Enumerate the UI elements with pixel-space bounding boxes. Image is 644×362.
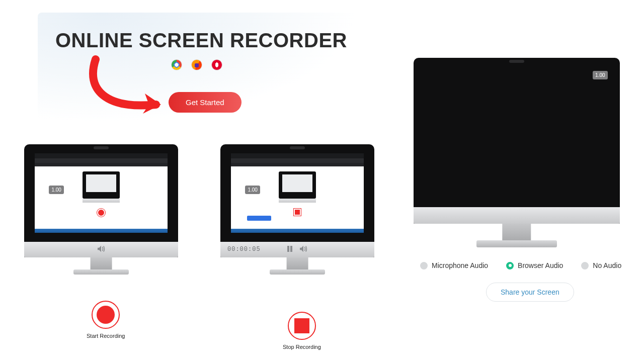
share-prompt-button — [247, 216, 271, 221]
monitor-foot — [73, 269, 129, 275]
monitor-start-recording: 1.00 — [24, 144, 178, 257]
monitor-share-screen: 1.00 — [414, 58, 620, 224]
supported-browsers-row — [171, 59, 222, 70]
monitor-neck — [502, 224, 531, 242]
zoom-badge: 1.00 — [49, 186, 63, 194]
firefox-icon — [191, 59, 202, 70]
audio-option-label: Browser Audio — [518, 261, 563, 269]
monitor-bezel: 1.00 00:00:05 — [220, 144, 374, 257]
audio-option-microphone[interactable]: Microphone Audio — [420, 261, 488, 269]
callout-arrow-icon — [75, 54, 176, 120]
radio-icon — [581, 262, 589, 269]
opera-icon — [211, 59, 222, 70]
app-window-mock: 1.00 — [231, 153, 363, 233]
record-dot-icon — [97, 306, 115, 324]
stop-recording-control: Stop Recording — [283, 312, 321, 350]
stop-recording-button[interactable] — [288, 312, 316, 340]
webcam-icon — [94, 146, 109, 149]
stop-square-icon — [294, 318, 309, 333]
monitor-chin — [24, 242, 178, 258]
share-screen-button[interactable]: Share your Screen — [486, 283, 574, 302]
stop-square-icon — [294, 209, 301, 216]
monitor-chin: 00:00:05 — [220, 242, 374, 258]
monitor-screen: 1.00 — [423, 68, 610, 197]
sound-icon — [96, 245, 106, 254]
monitor-neck — [287, 257, 308, 270]
stop-recording-label: Stop Recording — [283, 344, 321, 350]
monitor-stop-recording: 1.00 00:00:05 — [220, 144, 374, 257]
audio-option-browser[interactable]: Browser Audio — [506, 261, 563, 269]
zoom-badge: 1.00 — [245, 186, 260, 194]
monitor-screen: 1.00 — [231, 153, 363, 233]
start-recording-control: Start Recording — [87, 301, 125, 339]
svg-rect-0 — [287, 246, 289, 252]
recording-timer: 00:00:05 — [227, 246, 261, 253]
audio-option-label: No Audio — [593, 261, 621, 269]
monitor-chin — [414, 207, 620, 224]
radio-icon — [506, 262, 514, 269]
hero-title: ONLINE SCREEN RECORDER — [55, 29, 347, 52]
monitor-foot — [476, 240, 557, 247]
monitor-bezel: 1.00 — [414, 58, 620, 224]
app-window-mock: 1.00 — [35, 153, 167, 233]
record-dot-icon — [97, 209, 105, 217]
sound-icon — [298, 245, 308, 254]
svg-rect-1 — [290, 246, 292, 252]
audio-options-row: Microphone Audio Browser Audio No Audio — [420, 261, 621, 269]
start-recording-label: Start Recording — [87, 333, 125, 339]
get-started-button[interactable]: Get Started — [169, 92, 242, 113]
monitor-neck — [91, 257, 112, 270]
monitor-foot — [270, 269, 325, 275]
start-recording-button[interactable] — [92, 301, 120, 329]
pause-icon — [286, 245, 293, 254]
monitor-screen: 1.00 — [35, 153, 167, 233]
audio-option-none[interactable]: No Audio — [581, 261, 621, 269]
webcam-icon — [290, 146, 305, 149]
zoom-badge: 1.00 — [593, 71, 607, 79]
monitor-bezel: 1.00 — [24, 144, 178, 257]
radio-icon — [420, 262, 428, 269]
webcam-icon — [509, 60, 524, 63]
audio-option-label: Microphone Audio — [432, 261, 488, 269]
